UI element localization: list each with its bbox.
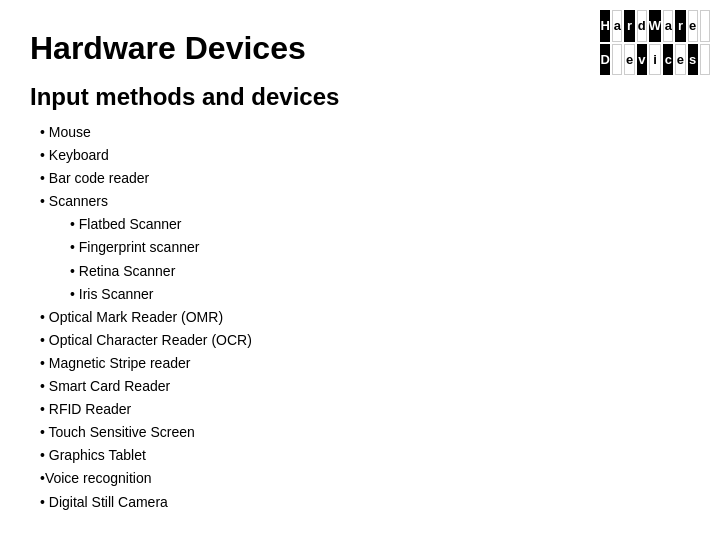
- list-item-touch-sensitive-screen: • Touch Sensitive Screen: [40, 421, 690, 444]
- logo-cell-v: v: [637, 44, 647, 76]
- logo-cell-c: c: [663, 44, 673, 76]
- main-title: Hardware Devices: [30, 30, 690, 67]
- logo-cell-empty2: [612, 44, 622, 76]
- list-item: • Magnetic Stripe reader: [40, 352, 690, 375]
- list-item-smart-card-reader: • Smart Card Reader: [40, 375, 690, 398]
- logo-cell-d: d: [637, 10, 647, 42]
- logo-cell-e1: e: [688, 10, 698, 42]
- list-item: • Retina Scanner: [70, 260, 690, 283]
- logo-cell-empty1: [700, 10, 710, 42]
- logo-cell-i: i: [649, 44, 661, 76]
- logo-cell-empty3: [700, 44, 710, 76]
- logo-cell-s: s: [688, 44, 698, 76]
- logo-cell-r1: r: [624, 10, 634, 42]
- sub-list-scanners: • Flatbed Scanner • Fingerprint scanner …: [70, 213, 690, 305]
- list-item: • Optical Character Reader (OCR): [40, 329, 690, 352]
- list-item: • Optical Mark Reader (OMR): [40, 306, 690, 329]
- logo-cell-a2: a: [663, 10, 673, 42]
- logo-container: H a r d W a r e D e v i c e s: [600, 10, 710, 80]
- list-item: • Digital Still Camera: [40, 491, 690, 514]
- list-item: • Mouse: [40, 121, 690, 144]
- logo-cell-W: W: [649, 10, 661, 42]
- logo-cell-e2: e: [624, 44, 634, 76]
- section-title: Input methods and devices: [30, 83, 690, 111]
- list-item: • Iris Scanner: [70, 283, 690, 306]
- list-item: • Bar code reader: [40, 167, 690, 190]
- content-list: • Mouse • Keyboard • Bar code reader • S…: [40, 121, 690, 514]
- list-item: • Scanners: [40, 190, 690, 213]
- logo-cell-r2: r: [675, 10, 685, 42]
- list-item: • Flatbed Scanner: [70, 213, 690, 236]
- logo-cell-a1: a: [612, 10, 622, 42]
- logo-grid: H a r d W a r e D e v i c e s: [600, 10, 710, 75]
- list-item: • RFID Reader: [40, 398, 690, 421]
- logo-cell-H: H: [600, 10, 610, 42]
- list-item-graphics-tablet: • Graphics Tablet: [40, 444, 690, 467]
- list-item: • Keyboard: [40, 144, 690, 167]
- page-container: H a r d W a r e D e v i c e s Hardware D…: [0, 0, 720, 540]
- logo-cell-D: D: [600, 44, 610, 76]
- logo-cell-e3: e: [675, 44, 685, 76]
- list-item: •Voice recognition: [40, 467, 690, 490]
- list-item: • Fingerprint scanner: [70, 236, 690, 259]
